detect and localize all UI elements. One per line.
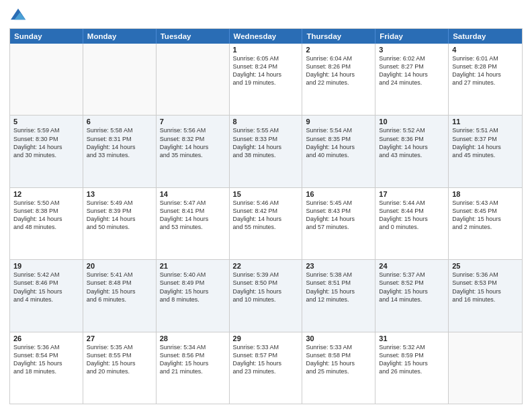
day-info: Sunrise: 5:45 AM Sunset: 8:43 PM Dayligh… [306, 199, 371, 232]
day-info: Sunrise: 5:42 AM Sunset: 8:46 PM Dayligh… [13, 271, 79, 304]
day-number: 6 [87, 118, 152, 126]
day-number: 25 [452, 262, 519, 270]
calendar-body: 1Sunrise: 6:05 AM Sunset: 8:24 PM Daylig… [10, 44, 522, 404]
day-number: 9 [306, 118, 371, 126]
calendar-row-3: 19Sunrise: 5:42 AM Sunset: 8:46 PM Dayli… [10, 259, 522, 331]
day-number: 14 [160, 190, 226, 198]
day-cell-7: 7Sunrise: 5:56 AM Sunset: 8:32 PM Daylig… [157, 116, 230, 187]
day-info: Sunrise: 5:46 AM Sunset: 8:42 PM Dayligh… [233, 199, 299, 232]
day-info: Sunrise: 5:39 AM Sunset: 8:50 PM Dayligh… [233, 271, 299, 304]
day-number: 21 [160, 262, 226, 270]
day-cell-26: 26Sunrise: 5:36 AM Sunset: 8:54 PM Dayli… [10, 332, 83, 404]
header-day-tuesday: Tuesday [157, 29, 230, 44]
day-info: Sunrise: 5:35 AM Sunset: 8:55 PM Dayligh… [87, 343, 152, 376]
day-number: 8 [233, 118, 299, 126]
day-number: 12 [13, 190, 79, 198]
day-info: Sunrise: 5:51 AM Sunset: 8:37 PM Dayligh… [452, 126, 519, 159]
day-info: Sunrise: 5:36 AM Sunset: 8:54 PM Dayligh… [13, 343, 79, 376]
header [9, 7, 523, 24]
day-info: Sunrise: 5:41 AM Sunset: 8:48 PM Dayligh… [87, 271, 152, 304]
day-cell-12: 12Sunrise: 5:50 AM Sunset: 8:38 PM Dayli… [10, 188, 83, 259]
calendar-row-1: 5Sunrise: 5:59 AM Sunset: 8:30 PM Daylig… [10, 115, 522, 187]
day-info: Sunrise: 5:49 AM Sunset: 8:39 PM Dayligh… [87, 199, 152, 232]
day-cell-15: 15Sunrise: 5:46 AM Sunset: 8:42 PM Dayli… [230, 188, 303, 259]
day-info: Sunrise: 5:44 AM Sunset: 8:44 PM Dayligh… [379, 199, 445, 232]
day-info: Sunrise: 5:38 AM Sunset: 8:51 PM Dayligh… [306, 271, 371, 304]
day-number: 31 [379, 334, 445, 342]
empty-cell [83, 44, 157, 115]
logo-icon [11, 7, 26, 21]
day-info: Sunrise: 5:33 AM Sunset: 8:58 PM Dayligh… [306, 343, 371, 376]
day-number: 1 [233, 46, 299, 54]
day-number: 2 [306, 46, 371, 54]
day-number: 20 [87, 262, 152, 270]
day-cell-27: 27Sunrise: 5:35 AM Sunset: 8:55 PM Dayli… [83, 332, 157, 404]
day-cell-4: 4Sunrise: 6:01 AM Sunset: 8:28 PM Daylig… [449, 44, 522, 115]
day-cell-25: 25Sunrise: 5:36 AM Sunset: 8:53 PM Dayli… [449, 260, 522, 331]
day-info: Sunrise: 5:37 AM Sunset: 8:52 PM Dayligh… [379, 271, 445, 304]
day-info: Sunrise: 5:36 AM Sunset: 8:53 PM Dayligh… [452, 271, 519, 304]
header-day-saturday: Saturday [449, 29, 522, 44]
day-cell-19: 19Sunrise: 5:42 AM Sunset: 8:46 PM Dayli… [10, 260, 83, 331]
calendar-row-0: 1Sunrise: 6:05 AM Sunset: 8:24 PM Daylig… [10, 44, 522, 115]
day-number: 26 [13, 334, 79, 342]
page: SundayMondayTuesdayWednesdayThursdayFrid… [0, 0, 532, 411]
calendar: SundayMondayTuesdayWednesdayThursdayFrid… [9, 28, 523, 404]
day-info: Sunrise: 6:05 AM Sunset: 8:24 PM Dayligh… [233, 54, 299, 87]
day-info: Sunrise: 5:33 AM Sunset: 8:57 PM Dayligh… [233, 343, 299, 376]
logo [9, 7, 26, 24]
header-day-thursday: Thursday [302, 29, 375, 44]
day-number: 28 [160, 334, 226, 342]
empty-cell [157, 44, 230, 115]
day-number: 7 [160, 118, 226, 126]
header-day-friday: Friday [375, 29, 449, 44]
day-cell-22: 22Sunrise: 5:39 AM Sunset: 8:50 PM Dayli… [230, 260, 303, 331]
day-number: 16 [306, 190, 371, 198]
day-info: Sunrise: 5:54 AM Sunset: 8:35 PM Dayligh… [306, 126, 371, 159]
day-number: 3 [379, 46, 445, 54]
day-info: Sunrise: 5:32 AM Sunset: 8:59 PM Dayligh… [379, 343, 445, 376]
day-info: Sunrise: 6:04 AM Sunset: 8:26 PM Dayligh… [306, 54, 371, 87]
calendar-row-2: 12Sunrise: 5:50 AM Sunset: 8:38 PM Dayli… [10, 187, 522, 259]
day-number: 24 [379, 262, 445, 270]
day-number: 11 [452, 118, 519, 126]
header-day-sunday: Sunday [10, 29, 83, 44]
empty-cell [449, 332, 522, 404]
day-cell-8: 8Sunrise: 5:55 AM Sunset: 8:33 PM Daylig… [230, 116, 303, 187]
day-cell-13: 13Sunrise: 5:49 AM Sunset: 8:39 PM Dayli… [83, 188, 157, 259]
day-cell-23: 23Sunrise: 5:38 AM Sunset: 8:51 PM Dayli… [302, 260, 375, 331]
day-cell-24: 24Sunrise: 5:37 AM Sunset: 8:52 PM Dayli… [375, 260, 449, 331]
day-info: Sunrise: 5:50 AM Sunset: 8:38 PM Dayligh… [13, 199, 79, 232]
day-cell-1: 1Sunrise: 6:05 AM Sunset: 8:24 PM Daylig… [230, 44, 303, 115]
day-cell-14: 14Sunrise: 5:47 AM Sunset: 8:41 PM Dayli… [157, 188, 230, 259]
day-cell-3: 3Sunrise: 6:02 AM Sunset: 8:27 PM Daylig… [375, 44, 449, 115]
day-number: 4 [452, 46, 519, 54]
day-number: 22 [233, 262, 299, 270]
day-info: Sunrise: 5:59 AM Sunset: 8:30 PM Dayligh… [13, 126, 79, 159]
day-cell-20: 20Sunrise: 5:41 AM Sunset: 8:48 PM Dayli… [83, 260, 157, 331]
day-info: Sunrise: 5:58 AM Sunset: 8:31 PM Dayligh… [87, 126, 152, 159]
day-number: 30 [306, 334, 371, 342]
day-number: 18 [452, 190, 519, 198]
empty-cell [10, 44, 83, 115]
calendar-header: SundayMondayTuesdayWednesdayThursdayFrid… [10, 29, 522, 44]
day-info: Sunrise: 5:56 AM Sunset: 8:32 PM Dayligh… [160, 126, 226, 159]
day-number: 19 [13, 262, 79, 270]
day-info: Sunrise: 5:55 AM Sunset: 8:33 PM Dayligh… [233, 126, 299, 159]
day-cell-5: 5Sunrise: 5:59 AM Sunset: 8:30 PM Daylig… [10, 116, 83, 187]
day-number: 15 [233, 190, 299, 198]
day-info: Sunrise: 5:40 AM Sunset: 8:49 PM Dayligh… [160, 271, 226, 304]
day-cell-11: 11Sunrise: 5:51 AM Sunset: 8:37 PM Dayli… [449, 116, 522, 187]
day-number: 29 [233, 334, 299, 342]
day-cell-31: 31Sunrise: 5:32 AM Sunset: 8:59 PM Dayli… [375, 332, 449, 404]
day-cell-10: 10Sunrise: 5:52 AM Sunset: 8:36 PM Dayli… [375, 116, 449, 187]
day-number: 23 [306, 262, 371, 270]
day-info: Sunrise: 5:43 AM Sunset: 8:45 PM Dayligh… [452, 199, 519, 232]
header-day-wednesday: Wednesday [230, 29, 303, 44]
day-info: Sunrise: 5:34 AM Sunset: 8:56 PM Dayligh… [160, 343, 226, 376]
day-cell-6: 6Sunrise: 5:58 AM Sunset: 8:31 PM Daylig… [83, 116, 157, 187]
day-cell-2: 2Sunrise: 6:04 AM Sunset: 8:26 PM Daylig… [302, 44, 375, 115]
day-cell-28: 28Sunrise: 5:34 AM Sunset: 8:56 PM Dayli… [157, 332, 230, 404]
day-info: Sunrise: 5:47 AM Sunset: 8:41 PM Dayligh… [160, 199, 226, 232]
day-cell-29: 29Sunrise: 5:33 AM Sunset: 8:57 PM Dayli… [230, 332, 303, 404]
